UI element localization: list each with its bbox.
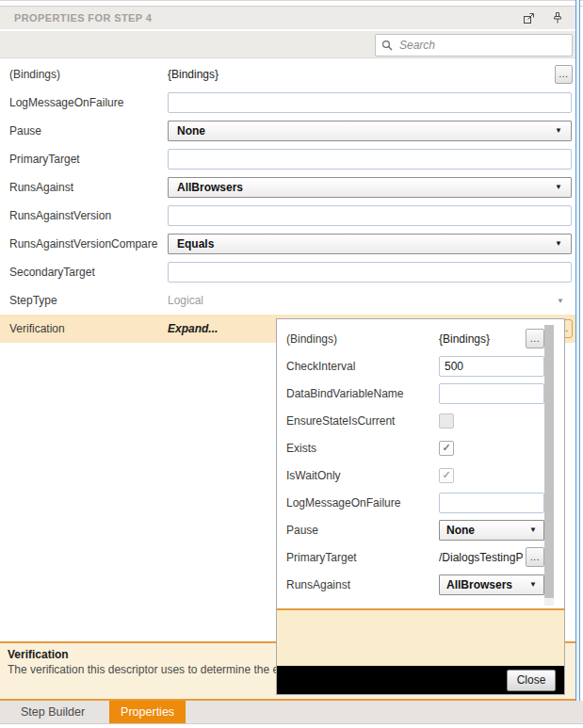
property-row-bindings[interactable]: (Bindings){Bindings}... xyxy=(0,60,575,89)
property-row-ensurestateiscurrent[interactable]: EnsureStateIsCurrent xyxy=(277,407,544,434)
property-label: RunsAgainst xyxy=(286,578,439,591)
property-row-bindings[interactable]: (Bindings){Bindings}... xyxy=(277,325,544,352)
property-value-text: {Bindings} xyxy=(168,68,219,81)
property-label: RunsAgainst xyxy=(9,181,168,194)
pin-icon[interactable] xyxy=(551,11,564,24)
property-row-primarytarget[interactable]: PrimaryTarget/DialogsTestingP... xyxy=(277,543,544,571)
property-label: StepType xyxy=(9,294,168,307)
select-value: None xyxy=(177,124,205,138)
property-label: (Bindings) xyxy=(286,332,439,346)
property-label: LogMessageOnFailure xyxy=(286,496,439,510)
property-row-pause[interactable]: PauseNone▼ xyxy=(0,117,575,145)
panel-splitter[interactable] xyxy=(575,0,580,702)
property-grid: (Bindings){Bindings}...LogMessageOnFailu… xyxy=(0,60,575,343)
chevron-down-icon-disabled: ▼ xyxy=(557,297,564,305)
select-value: AllBrowsers xyxy=(177,181,243,194)
property-row-runsagainst[interactable]: RunsAgainstAllBrowsers▼ xyxy=(0,173,575,202)
property-value xyxy=(439,407,544,434)
property-row-runsagainstversion[interactable]: RunsAgainstVersion xyxy=(0,202,575,230)
browse-button-bindings[interactable]: ... xyxy=(555,65,573,84)
chevron-down-icon: ▼ xyxy=(529,581,537,589)
property-label: Pause xyxy=(286,524,439,537)
expand-link[interactable]: Expand... xyxy=(168,322,218,335)
popup-scrollbar[interactable] xyxy=(544,325,554,606)
checkbox-exists[interactable]: ✓ xyxy=(439,441,454,456)
property-row-logmessageonfailure[interactable]: LogMessageOnFailure xyxy=(0,89,575,117)
chevron-down-icon: ▼ xyxy=(555,127,562,135)
scrollbar-thumb[interactable] xyxy=(544,325,554,598)
property-row-databindvariablename[interactable]: DataBindVariableName xyxy=(277,380,544,407)
popup-property-grid: (Bindings){Bindings}...CheckIntervalData… xyxy=(277,325,544,598)
tab-properties[interactable]: Properties xyxy=(109,701,186,723)
top-strip xyxy=(0,0,583,7)
property-value: {Bindings} xyxy=(168,60,572,89)
popup-footer: Close xyxy=(277,666,564,694)
property-input-logmessageonfailure[interactable] xyxy=(168,92,572,113)
panel-header: PROPERTIES FOR STEP 4 xyxy=(0,7,575,29)
property-label: CheckInterval xyxy=(286,360,439,373)
popup-description-panel xyxy=(277,608,564,668)
property-label: Pause xyxy=(9,124,168,138)
browse-button-bindings[interactable]: ... xyxy=(526,329,544,348)
property-select-pause[interactable]: None▼ xyxy=(439,520,544,541)
property-label: PrimaryTarget xyxy=(286,551,439,564)
property-row-steptype[interactable]: StepTypeLogical▼ xyxy=(0,286,575,315)
chevron-down-icon: ▼ xyxy=(529,526,537,534)
select-value: None xyxy=(446,524,475,537)
property-label: (Bindings) xyxy=(9,68,168,81)
property-row-secondarytarget[interactable]: SecondaryTarget xyxy=(0,258,575,286)
property-row-runsagainst[interactable]: RunsAgainstAllBrowsers▼ xyxy=(277,571,544,598)
property-label: DataBindVariableName xyxy=(286,387,439,400)
property-input-secondarytarget[interactable] xyxy=(168,262,572,283)
popout-icon[interactable] xyxy=(522,11,535,24)
browse-button-primarytarget[interactable]: ... xyxy=(526,547,544,567)
property-select-pause[interactable]: None▼ xyxy=(168,121,572,141)
close-button[interactable]: Close xyxy=(507,670,556,691)
property-value xyxy=(168,145,572,173)
property-value xyxy=(439,352,544,380)
property-input-primarytarget[interactable] xyxy=(168,149,572,170)
property-value: AllBrowsers▼ xyxy=(168,173,572,202)
property-row-checkinterval[interactable]: CheckInterval xyxy=(277,352,544,380)
property-row-primarytarget[interactable]: PrimaryTarget xyxy=(0,145,575,173)
property-value xyxy=(168,89,572,117)
property-value xyxy=(439,489,544,516)
tab-step-builder[interactable]: Step Builder xyxy=(9,701,96,723)
select-value: Equals xyxy=(177,237,214,251)
property-label: Exists xyxy=(286,442,439,455)
property-value xyxy=(168,258,572,286)
search-box[interactable] xyxy=(375,34,573,57)
property-row-exists[interactable]: Exists✓ xyxy=(277,434,544,461)
property-select-runsagainstversioncompare[interactable]: Equals▼ xyxy=(168,234,572,254)
chevron-down-icon: ▼ xyxy=(555,184,562,191)
property-value-text: {Bindings} xyxy=(439,332,490,346)
property-label: Verification xyxy=(9,322,168,335)
checkbox-iswaitonly[interactable]: ✓ xyxy=(439,468,454,483)
property-row-logmessageonfailure[interactable]: LogMessageOnFailure xyxy=(277,489,544,516)
property-label: RunsAgainstVersion xyxy=(9,209,168,222)
property-row-pause[interactable]: PauseNone▼ xyxy=(277,516,544,543)
property-input-runsagainstversion[interactable] xyxy=(168,205,572,226)
checkbox-ensurestateiscurrent[interactable] xyxy=(439,413,454,429)
property-value: AllBrowsers▼ xyxy=(439,571,544,598)
property-select-runsagainst[interactable]: AllBrowsers▼ xyxy=(439,574,544,595)
search-input[interactable] xyxy=(397,38,566,53)
property-label: EnsureStateIsCurrent xyxy=(286,414,439,428)
property-input-logmessageonfailure[interactable] xyxy=(439,493,544,513)
property-input-databindvariablename[interactable] xyxy=(439,383,544,404)
property-label: RunsAgainstVersionCompare xyxy=(9,237,168,251)
property-select-runsagainst[interactable]: AllBrowsers▼ xyxy=(168,177,572,198)
property-value: {Bindings}... xyxy=(439,325,544,352)
property-value xyxy=(168,202,572,230)
property-value: None▼ xyxy=(168,117,572,145)
property-row-iswaitonly[interactable]: IsWaitOnly✓ xyxy=(277,461,544,489)
property-label: SecondaryTarget xyxy=(9,266,168,279)
property-input-checkinterval[interactable] xyxy=(439,356,544,377)
panel-title: PROPERTIES FOR STEP 4 xyxy=(14,12,152,24)
property-value: None▼ xyxy=(439,516,544,543)
property-value: ✓ xyxy=(439,434,544,461)
property-row-runsagainstversioncompare[interactable]: RunsAgainstVersionCompareEquals▼ xyxy=(0,230,575,258)
header-icons xyxy=(522,11,564,24)
property-value: Equals▼ xyxy=(168,230,572,258)
property-value: Logical xyxy=(168,286,572,315)
